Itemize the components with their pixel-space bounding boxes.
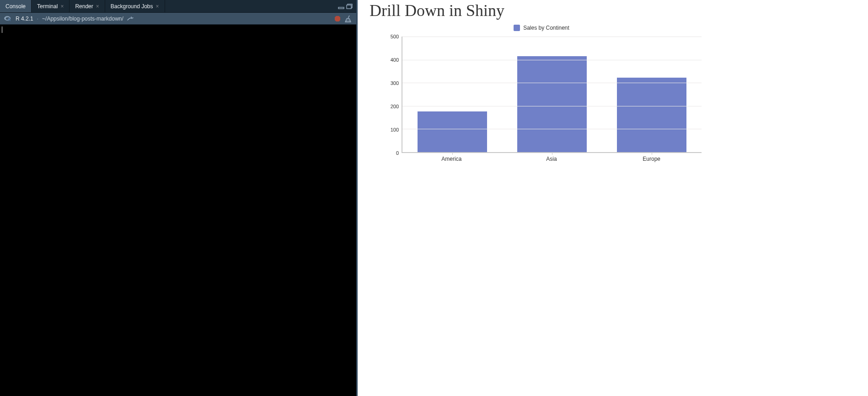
chart-legend[interactable]: Sales by Continent (381, 25, 702, 31)
app-viewer: Drill Down in Shiny Sales by Continent 0… (358, 0, 868, 396)
y-tick-label: 0 (396, 150, 399, 156)
tab-terminal[interactable]: Terminal× (32, 0, 70, 12)
y-tick-label: 300 (391, 80, 399, 86)
tabbar: ConsoleTerminal×Render×Background Jobs× (0, 0, 356, 13)
x-tick-label: America (402, 156, 502, 162)
svg-line-7 (348, 16, 349, 18)
close-tab-icon[interactable]: × (60, 4, 64, 9)
x-tick-mark (552, 152, 552, 155)
bar-america[interactable] (418, 111, 488, 152)
gridline (402, 129, 702, 129)
page-title: Drill Down in Shiny (370, 1, 856, 20)
r-version-label: R 4.2.1 (16, 16, 33, 22)
svg-marker-6 (335, 16, 340, 21)
console-output[interactable] (0, 25, 356, 396)
tab-label: Console (5, 3, 26, 10)
gridline (402, 60, 702, 60)
legend-swatch (514, 25, 520, 31)
x-tick-label: Asia (502, 156, 602, 162)
svg-rect-2 (347, 5, 351, 9)
tab-label: Terminal (37, 3, 58, 10)
console-pane: ConsoleTerminal×Render×Background Jobs× … (0, 0, 358, 396)
y-tick-label: 400 (391, 57, 399, 63)
toolbar-separator: · (37, 16, 38, 22)
gridline (402, 37, 702, 37)
svg-text:R: R (8, 17, 11, 22)
y-tick-label: 500 (391, 34, 399, 39)
gridline (402, 106, 702, 106)
y-tick-label: 200 (391, 104, 399, 109)
clear-console-icon[interactable] (344, 15, 353, 22)
close-tab-icon[interactable]: × (96, 4, 99, 9)
bar-asia[interactable] (517, 56, 587, 152)
working-directory-path[interactable]: ~/Appsilon/blog-posts-markdown/ (42, 16, 123, 22)
tab-console[interactable]: Console (0, 0, 32, 12)
gridline (402, 83, 702, 83)
maximize-pane-icon[interactable] (346, 4, 353, 9)
x-axis: AmericaAsiaEurope (402, 156, 702, 162)
bar-slot (402, 37, 502, 152)
stop-icon[interactable] (334, 16, 341, 22)
console-toolbar: R R 4.2.1 · ~/Appsilon/blog-posts-markdo… (0, 13, 356, 25)
tab-label: Background Jobs (111, 3, 153, 10)
bar-slot (602, 37, 702, 152)
svg-rect-0 (338, 7, 344, 9)
legend-label: Sales by Continent (523, 25, 569, 31)
x-tick-label: Europe (601, 156, 702, 162)
y-tick-label: 100 (391, 127, 399, 132)
minimize-pane-icon[interactable] (338, 4, 344, 9)
bar-europe[interactable] (617, 78, 687, 152)
tab-label: Render (75, 3, 93, 10)
x-tick-mark (452, 152, 453, 155)
y-axis: 0100200300400500 (381, 37, 402, 153)
tab-background-jobs[interactable]: Background Jobs× (105, 0, 165, 12)
text-cursor (2, 26, 2, 33)
go-to-directory-icon[interactable] (127, 16, 134, 21)
plot-area[interactable] (402, 37, 702, 153)
x-tick-mark (652, 152, 652, 155)
close-tab-icon[interactable]: × (156, 4, 159, 9)
tab-render[interactable]: Render× (70, 0, 105, 12)
bar-slot (502, 37, 602, 152)
r-logo-icon: R (4, 16, 12, 22)
bar-chart[interactable]: Sales by Continent 0100200300400500 Amer… (381, 25, 702, 162)
